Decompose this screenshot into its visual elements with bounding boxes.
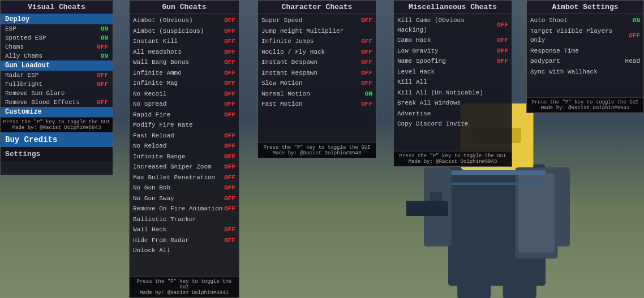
gun-item-infinite-mag-status: OFF <box>224 79 235 88</box>
gun-item-infinite-ammo-label: Infinite Ammo <box>133 68 182 78</box>
gun-item-wall-hack-label: Wall Hack <box>133 225 166 235</box>
gun-panel-footer: Press the "P" key to toggle the GUIMade … <box>130 277 239 297</box>
gun-item-ballistic-tracker[interactable]: Ballistic Tracker <box>133 214 235 225</box>
gun-cheats-panel: Gun Cheats Aimbot (Obvious) OFF Aimbot (… <box>129 0 239 298</box>
misc-item-name-spoofing-status: OFF <box>497 57 508 66</box>
aimbot-item-bodypart-status: Head <box>625 57 640 66</box>
char-item-infinite-jumps[interactable]: Infinite Jumps OFF <box>261 36 372 47</box>
gun-item-infinite-ammo[interactable]: Infinite Ammo OFF <box>133 68 235 79</box>
char-panel-header: Character Cheats <box>258 1 376 14</box>
gun-item-unlock-all[interactable]: Unlock All <box>133 245 235 256</box>
aimbot-item-response-time[interactable]: Response Time <box>530 46 640 57</box>
gun-item-wall-bang-bonus-status: OFF <box>224 58 235 67</box>
gun-item-modify-fire-rate[interactable]: Modify Fire Rate <box>133 120 235 131</box>
aimbot-item-bodypart[interactable]: Bodypart Head <box>530 56 640 67</box>
misc-item-low-gravity[interactable]: Low Gravity OFF <box>397 46 508 57</box>
gun-item-aimbot-suspicious[interactable]: Aimbot (Suspicious) OFF <box>133 26 235 37</box>
misc-item-advertise[interactable]: Advertise <box>397 109 508 119</box>
misc-item-name-spoofing[interactable]: Name Spoofing OFF <box>397 56 508 67</box>
misc-item-low-gravity-label: Low Gravity <box>397 46 439 56</box>
char-item-instant-respawn-status: OFF <box>361 68 372 78</box>
gun-item-unlock-all-label: Unlock All <box>133 246 170 256</box>
misc-item-kill-all-unnoticable-label: Kill All (Un-Noticable) <box>397 88 483 98</box>
nav-item-chams[interactable]: Chams OFF <box>1 42 113 51</box>
aimbot-item-target-visible[interactable]: Target Visible Players Only OFF <box>530 26 640 46</box>
nav-item-remove-sun-glare-label: Remove Sun Glare <box>5 90 65 97</box>
gun-item-infinite-mag-label: Infinite Mag <box>133 79 178 88</box>
gun-item-max-bullet-penetration[interactable]: Max Bullet Penetration OFF <box>133 172 235 183</box>
char-panel-footer: Press the "P" key to toggle the GUIMade … <box>258 142 376 158</box>
char-item-fast-motion[interactable]: Fast Motion OFF <box>261 99 372 110</box>
gun-item-ballistic-tracker-label: Ballistic Tracker <box>133 215 196 224</box>
gun-item-all-headshots[interactable]: All Headshots OFF <box>133 47 235 58</box>
gun-item-aimbot-obvious-status: OFF <box>224 16 235 25</box>
nav-item-radar-esp[interactable]: Radar ESP OFF <box>1 71 113 80</box>
gun-item-no-reload[interactable]: No Reload OFF <box>133 141 235 152</box>
nav-item-esp[interactable]: ESP ON <box>1 24 113 33</box>
misc-item-level-hack[interactable]: Level Hack <box>397 67 508 77</box>
misc-item-camo-hack[interactable]: Camo Hack OFF <box>397 35 508 46</box>
nav-item-remove-blood-label: Remove Blood Effects <box>5 99 80 106</box>
gun-item-instant-kill-status: OFF <box>224 37 235 46</box>
gun-item-aimbot-obvious[interactable]: Aimbot (Obvious) OFF <box>133 15 235 26</box>
settings-link[interactable]: Settings <box>1 147 113 161</box>
gun-item-wall-hack[interactable]: Wall Hack OFF <box>133 224 235 235</box>
misc-item-low-gravity-status: OFF <box>497 46 508 56</box>
gun-item-aimbot-suspicious-status: OFF <box>224 27 235 36</box>
gun-item-infinite-range[interactable]: Infinite Range OFF <box>133 152 235 162</box>
gun-item-wall-bang-bonus[interactable]: Wall Bang Bonus OFF <box>133 57 235 68</box>
gun-item-wall-hack-status: OFF <box>224 225 235 235</box>
char-item-instant-respawn[interactable]: Instant Respawn OFF <box>261 68 372 79</box>
char-item-instant-despawn[interactable]: Instant Despawn OFF <box>261 57 372 68</box>
aimbot-item-sync-wallhack[interactable]: Sync With Wallhack <box>530 67 640 77</box>
misc-item-kill-all-unnoticable[interactable]: Kill All (Un-Noticable) <box>397 88 508 98</box>
gun-item-no-gun-sway[interactable]: No Gun Sway OFF <box>133 193 235 204</box>
char-panel-content: Super Speed OFF Jump Height Multiplier I… <box>258 14 376 142</box>
char-item-noclip-fly-hack[interactable]: NoClip / Fly Hack OFF <box>261 47 372 58</box>
gun-item-infinite-ammo-status: OFF <box>224 68 235 78</box>
nav-item-remove-blood[interactable]: Remove Blood Effects OFF <box>1 98 113 107</box>
aimbot-item-auto-shoot[interactable]: Auto Shoot ON <box>530 15 640 26</box>
char-item-normal-motion-status: ON <box>365 89 372 99</box>
misc-item-break-all-windows[interactable]: Break All Windows <box>397 98 508 109</box>
gun-item-max-bullet-penetration-status: OFF <box>224 173 235 183</box>
gun-item-all-headshots-label: All Headshots <box>133 47 182 57</box>
misc-item-copy-discord-invite-label: Copy Discord Invite <box>397 119 468 129</box>
nav-item-spotted-esp[interactable]: Spotted ESP ON <box>1 33 113 42</box>
gun-item-no-recoil[interactable]: No Recoil OFF <box>133 89 235 100</box>
nav-item-chams-status: OFF <box>97 44 108 50</box>
buy-credits-link[interactable]: Buy Credits <box>1 132 113 147</box>
misc-item-kill-game[interactable]: Kill Game (Obvious Hacking) OFF <box>397 15 508 35</box>
gun-item-remove-on-fire-animation[interactable]: Remove On Fire Animation OFF <box>133 204 235 214</box>
misc-cheats-panel: Miscellaneous Cheats Kill Game (Obvious … <box>393 0 512 167</box>
aimbot-item-target-visible-label: Target Visible Players Only <box>530 27 629 45</box>
gun-item-increased-sniper-zoom[interactable]: Increased Sniper Zoom OFF <box>133 162 235 172</box>
char-item-slow-motion-label: Slow Motion <box>261 79 303 88</box>
nav-item-remove-sun-glare[interactable]: Remove Sun Glare <box>1 89 113 98</box>
char-item-super-speed[interactable]: Super Speed OFF <box>261 15 372 26</box>
nav-item-ally-chams[interactable]: Ally Chams ON <box>1 51 113 61</box>
gun-item-no-spread[interactable]: No Spread OFF <box>133 99 235 110</box>
gun-item-rapid-fire[interactable]: Rapid Fire OFF <box>133 110 235 120</box>
char-item-normal-motion[interactable]: Normal Motion ON <box>261 89 372 100</box>
gun-item-instant-kill[interactable]: Instant Kill OFF <box>133 36 235 47</box>
gun-item-remove-on-fire-animation-label: Remove On Fire Animation <box>133 204 222 214</box>
char-item-jump-height-label: Jump Height Multiplier <box>261 27 344 36</box>
char-item-slow-motion[interactable]: Slow Motion OFF <box>261 78 372 89</box>
gun-item-no-gun-bob[interactable]: No Gun Bob OFF <box>133 183 235 193</box>
char-item-super-speed-status: OFF <box>361 16 372 25</box>
char-cheats-panel: Character Cheats Super Speed OFF Jump He… <box>257 0 376 158</box>
svg-rect-5 <box>457 283 491 298</box>
gun-item-infinite-mag[interactable]: Infinite Mag OFF <box>133 78 235 89</box>
char-item-jump-height[interactable]: Jump Height Multiplier <box>261 26 372 37</box>
misc-panel-content: Kill Game (Obvious Hacking) OFF Camo Hac… <box>394 14 512 151</box>
char-item-infinite-jumps-label: Infinite Jumps <box>261 37 314 46</box>
misc-item-copy-discord-invite[interactable]: Copy Discord Invite <box>397 119 508 129</box>
char-item-normal-motion-label: Normal Motion <box>261 89 310 99</box>
misc-item-advertise-label: Advertise <box>397 109 431 119</box>
misc-item-kill-all[interactable]: Kill All <box>397 77 508 88</box>
gun-item-hide-from-radar[interactable]: Hide From Radar OFF <box>133 235 235 246</box>
misc-item-kill-game-status: OFF <box>497 20 508 30</box>
nav-item-fullbright[interactable]: Fullbright OFF <box>1 80 113 89</box>
gun-item-fast-reload[interactable]: Fast Reload OFF <box>133 131 235 141</box>
